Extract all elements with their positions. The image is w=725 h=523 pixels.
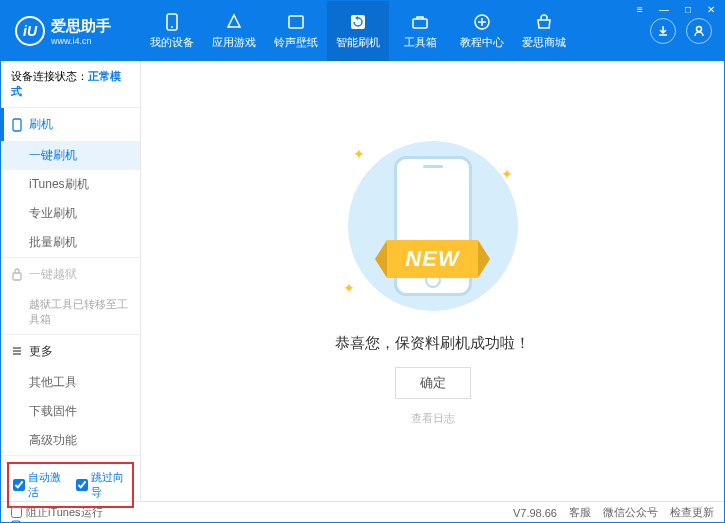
section-title: 一键越狱 [29, 266, 77, 283]
service-link[interactable]: 客服 [569, 505, 591, 520]
sidebar-item-advanced[interactable]: 高级功能 [1, 426, 140, 455]
success-message: 恭喜您，保资料刷机成功啦！ [335, 334, 530, 353]
nav-label: 我的设备 [150, 35, 194, 50]
checkbox-input[interactable] [13, 479, 25, 491]
maximize-icon[interactable]: □ [681, 2, 695, 17]
phone-icon [11, 118, 23, 132]
connection-status: 设备连接状态：正常模式 [1, 61, 140, 108]
block-itunes-checkbox[interactable]: 阻止iTunes运行 [11, 505, 103, 520]
checkbox-skip-guide[interactable]: 跳过向导 [76, 470, 129, 500]
view-log-link[interactable]: 查看日志 [411, 411, 455, 426]
nav-label: 教程中心 [460, 35, 504, 50]
status-label: 设备连接状态： [11, 70, 88, 82]
minimize-icon[interactable]: — [655, 2, 673, 17]
nav-label: 铃声壁纸 [274, 35, 318, 50]
phone-icon [163, 13, 181, 31]
body: 设备连接状态：正常模式 刷机 一键刷机 iTunes刷机 专业刷机 批量刷机 一… [1, 61, 724, 501]
toolbox-icon [411, 13, 429, 31]
nav-label: 工具箱 [404, 35, 437, 50]
sidebar-item-oneclick[interactable]: 一键刷机 [1, 141, 140, 170]
section-jailbreak: 一键越狱 越狱工具已转移至工具箱 [1, 258, 140, 335]
window-controls: ≡ — □ ✕ [633, 2, 719, 17]
section-flash-header[interactable]: 刷机 [1, 108, 140, 141]
svg-rect-8 [13, 273, 21, 280]
sidebar-item-itunes[interactable]: iTunes刷机 [1, 170, 140, 199]
sidebar-item-firmware[interactable]: 下载固件 [1, 397, 140, 426]
footer-right: V7.98.66 客服 微信公众号 检查更新 [513, 505, 714, 520]
nav-ringtones[interactable]: 铃声壁纸 [265, 1, 327, 61]
sidebar-item-batch[interactable]: 批量刷机 [1, 228, 140, 257]
book-icon [473, 13, 491, 31]
app-url: www.i4.cn [51, 36, 111, 46]
checkbox-input[interactable] [11, 507, 22, 518]
header: iU 爱思助手 www.i4.cn 我的设备 应用游戏 铃声壁纸 智能刷机 工具… [1, 1, 724, 61]
image-icon [287, 13, 305, 31]
section-more-header[interactable]: 更多 [1, 335, 140, 368]
svg-rect-4 [413, 19, 427, 28]
nav-label: 应用游戏 [212, 35, 256, 50]
nav-toolbox[interactable]: 工具箱 [389, 1, 451, 61]
block-itunes-label: 阻止iTunes运行 [26, 505, 103, 520]
sidebar: 设备连接状态：正常模式 刷机 一键刷机 iTunes刷机 专业刷机 批量刷机 一… [1, 61, 141, 501]
nav-my-device[interactable]: 我的设备 [141, 1, 203, 61]
nav-tutorials[interactable]: 教程中心 [451, 1, 513, 61]
section-more: 更多 其他工具 下载固件 高级功能 [1, 335, 140, 456]
success-illustration: ✦ ✦ ✦ NEW [313, 136, 553, 316]
lock-icon [11, 268, 23, 281]
checkbox-label: 跳过向导 [91, 470, 129, 500]
section-jailbreak-header[interactable]: 一键越狱 [1, 258, 140, 291]
checkbox-highlight: 自动激活 跳过向导 [7, 462, 134, 508]
nav-flash[interactable]: 智能刷机 [327, 1, 389, 61]
svg-rect-7 [13, 119, 21, 131]
ok-button[interactable]: 确定 [395, 367, 471, 399]
sidebar-item-pro[interactable]: 专业刷机 [1, 199, 140, 228]
section-title: 更多 [29, 343, 53, 360]
close-icon[interactable]: ✕ [703, 2, 719, 17]
nav-apps[interactable]: 应用游戏 [203, 1, 265, 61]
logo-icon: iU [15, 16, 45, 46]
checkbox-auto-activate[interactable]: 自动激活 [13, 470, 66, 500]
store-icon [535, 13, 553, 31]
logo-area: iU 爱思助手 www.i4.cn [1, 16, 141, 46]
user-button[interactable] [686, 18, 712, 44]
footer-left: 阻止iTunes运行 [11, 505, 103, 520]
sidebar-item-other[interactable]: 其他工具 [1, 368, 140, 397]
checkbox-input[interactable] [76, 479, 88, 491]
section-flash: 刷机 一键刷机 iTunes刷机 专业刷机 批量刷机 [1, 108, 140, 258]
menu-icon[interactable]: ≡ [633, 2, 647, 17]
wechat-link[interactable]: 微信公众号 [603, 505, 658, 520]
svg-point-6 [697, 27, 702, 32]
check-update-link[interactable]: 检查更新 [670, 505, 714, 520]
download-button[interactable] [650, 18, 676, 44]
app-name: 爱思助手 [51, 17, 111, 36]
version-label: V7.98.66 [513, 507, 557, 519]
main-content: ✦ ✦ ✦ NEW 恭喜您，保资料刷机成功啦！ 确定 查看日志 [141, 61, 724, 501]
nav-store[interactable]: 爱思商城 [513, 1, 575, 61]
section-title: 刷机 [29, 116, 53, 133]
new-ribbon: NEW [387, 240, 477, 278]
jailbreak-note: 越狱工具已转移至工具箱 [1, 291, 140, 334]
nav: 我的设备 应用游戏 铃声壁纸 智能刷机 工具箱 教程中心 爱思商城 [141, 1, 650, 61]
checkbox-label: 自动激活 [28, 470, 66, 500]
svg-point-1 [171, 26, 173, 28]
menu-icon [11, 345, 23, 357]
header-right [650, 18, 724, 44]
nav-label: 爱思商城 [522, 35, 566, 50]
apps-icon [225, 13, 243, 31]
nav-label: 智能刷机 [336, 35, 380, 50]
svg-rect-2 [289, 16, 303, 28]
refresh-icon [349, 13, 367, 31]
